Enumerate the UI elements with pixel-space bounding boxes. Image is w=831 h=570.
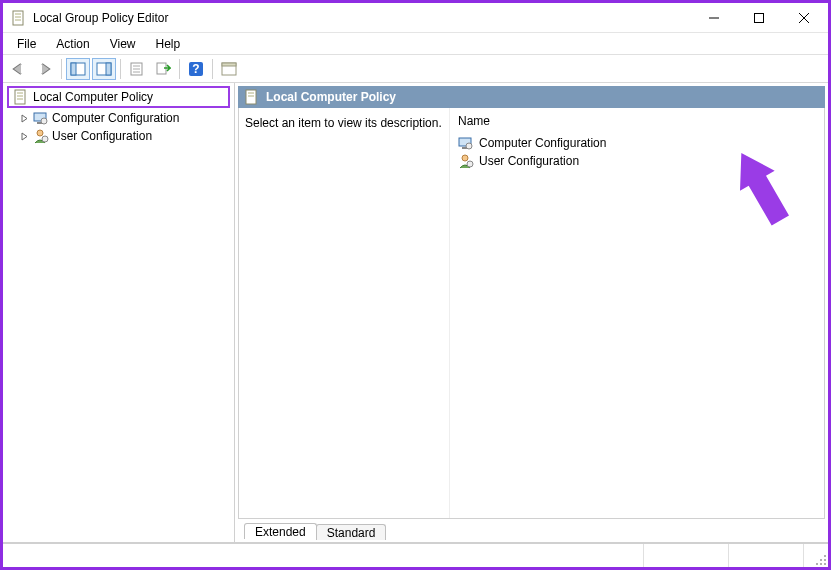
menu-action[interactable]: Action [46, 35, 99, 53]
svg-rect-21 [15, 90, 25, 104]
tab-standard[interactable]: Standard [316, 524, 387, 540]
user-icon [33, 128, 49, 144]
tree-node-computer-config[interactable]: Computer Configuration [17, 109, 234, 127]
tab-extended[interactable]: Extended [244, 523, 317, 539]
svg-line-7 [799, 13, 809, 23]
back-button[interactable] [7, 58, 31, 80]
app-window: Local Group Policy Editor File Action Vi… [0, 0, 831, 570]
detail-pane: Local Computer Policy Select an item to … [235, 83, 828, 542]
list-item-user-config[interactable]: User Configuration [456, 152, 818, 170]
description-text: Select an item to view its description. [245, 116, 442, 130]
detail-body: Select an item to view its description. … [238, 108, 825, 519]
minimize-button[interactable] [691, 4, 736, 32]
tree-node-label: Computer Configuration [52, 111, 179, 125]
svg-line-6 [799, 13, 809, 23]
policy-icon [244, 89, 260, 105]
detail-heading-text: Local Computer Policy [266, 90, 396, 104]
workspace: Local Computer Policy Computer Configura… [3, 83, 828, 543]
description-column: Select an item to view its description. [239, 108, 449, 518]
svg-text:?: ? [192, 62, 199, 76]
show-hide-action-button[interactable] [92, 58, 116, 80]
svg-point-28 [37, 130, 43, 136]
svg-rect-11 [106, 63, 111, 75]
statusbar [3, 543, 828, 567]
tree-node-user-config[interactable]: User Configuration [17, 127, 234, 145]
svg-rect-0 [13, 11, 23, 25]
list-item-label: User Configuration [479, 154, 579, 168]
show-hide-tree-button[interactable] [66, 58, 90, 80]
help-button[interactable]: ? [184, 58, 208, 80]
expand-icon[interactable] [19, 113, 30, 124]
toolbar: ? [3, 55, 828, 83]
svg-rect-20 [222, 63, 236, 66]
svg-rect-9 [71, 63, 76, 75]
toolbar-separator [212, 59, 213, 79]
window-title: Local Group Policy Editor [33, 11, 691, 25]
titlebar: Local Group Policy Editor [3, 3, 828, 33]
computer-icon [458, 135, 474, 151]
svg-point-29 [42, 136, 48, 142]
svg-point-35 [466, 143, 472, 149]
status-cell [644, 544, 729, 567]
maximize-button[interactable] [736, 4, 781, 32]
export-list-button[interactable] [151, 58, 175, 80]
status-cell [729, 544, 804, 567]
svg-rect-5 [754, 13, 763, 22]
list-column: Name Computer Configuration User Configu… [449, 108, 824, 518]
tree-pane[interactable]: Local Computer Policy Computer Configura… [3, 83, 235, 542]
menu-file[interactable]: File [7, 35, 46, 53]
menu-view[interactable]: View [100, 35, 146, 53]
window-controls [691, 4, 826, 32]
svg-point-36 [462, 155, 468, 161]
list-item-computer-config[interactable]: Computer Configuration [456, 134, 818, 152]
close-button[interactable] [781, 4, 826, 32]
tree-node-root[interactable]: Local Computer Policy [7, 86, 230, 108]
tree-node-label: Local Computer Policy [33, 90, 153, 104]
toolbar-separator [61, 59, 62, 79]
tree-node-label: User Configuration [52, 129, 152, 143]
column-header-name[interactable]: Name [456, 112, 818, 134]
resize-grip[interactable] [804, 544, 828, 567]
policy-icon [13, 89, 29, 105]
app-icon [11, 10, 27, 26]
detail-header: Local Computer Policy [238, 86, 825, 108]
filter-button[interactable] [217, 58, 241, 80]
toolbar-separator [120, 59, 121, 79]
tabs-strip: Extended Standard [238, 519, 825, 539]
menubar: File Action View Help [3, 33, 828, 55]
svg-point-27 [41, 118, 47, 124]
svg-point-37 [467, 161, 473, 167]
computer-icon [33, 110, 49, 126]
user-icon [458, 153, 474, 169]
toolbar-separator [179, 59, 180, 79]
properties-button[interactable] [125, 58, 149, 80]
list-item-label: Computer Configuration [479, 136, 606, 150]
svg-rect-30 [246, 90, 256, 104]
forward-button[interactable] [33, 58, 57, 80]
menu-help[interactable]: Help [146, 35, 191, 53]
expand-icon[interactable] [19, 131, 30, 142]
status-cell [3, 544, 644, 567]
